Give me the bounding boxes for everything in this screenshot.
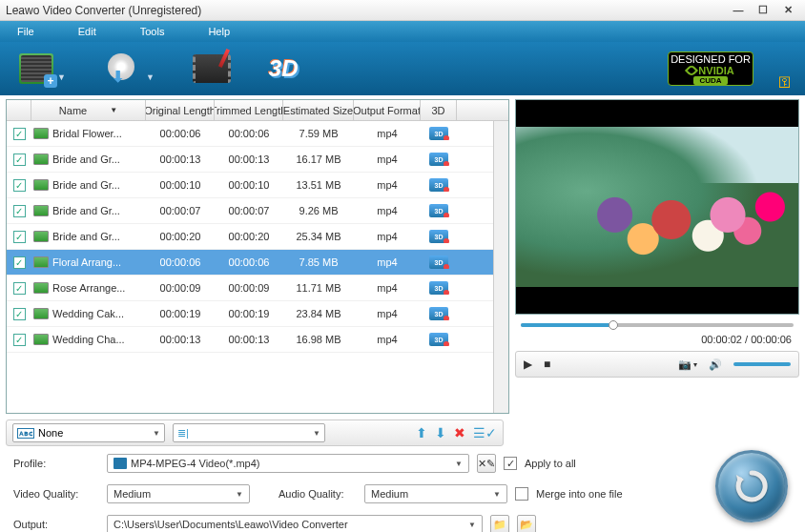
col-original[interactable]: Original Length [146,100,215,120]
row-3d-button[interactable]: 3D [429,204,448,217]
table-row[interactable]: ✓Bride and Gr...00:00:1300:00:1316.17 MB… [7,147,493,173]
chevron-down-icon: ▼ [146,72,155,82]
folder-icon: 📁 [493,519,506,531]
row-checkbox[interactable]: ✓ [13,179,26,192]
select-all-button[interactable]: ☰✓ [473,425,497,440]
rename-combo[interactable]: ᴀʙᴄ None ▼ [12,423,165,442]
table-row[interactable]: ✓Bride and Gr...00:00:2000:00:2025.34 MB… [7,224,493,250]
snapshot-button[interactable]: 📷▾ [678,358,697,371]
row-name: Bridal Flower... [51,128,146,139]
move-up-button[interactable]: ⬆ [416,425,427,440]
apply-all-checkbox[interactable]: ✓ [504,457,517,470]
col-name[interactable]: Name▼ [31,100,146,120]
video-preview[interactable] [515,99,799,315]
profile-combo[interactable]: MP4-MPEG-4 Video(*.mp4) ▼ [107,454,469,473]
row-original: 00:00:13 [146,334,215,345]
video-file-icon [33,334,49,345]
browse-output-button[interactable]: 📁 [490,515,509,532]
maximize-button[interactable]: ☐ [752,3,774,18]
play-button[interactable]: ▶ [524,358,532,371]
menu-edit[interactable]: Edit [71,24,104,39]
seek-thumb[interactable] [609,320,618,330]
video-file-icon [33,282,49,294]
table-row[interactable]: ✓Bride and Gr...00:00:1000:00:1013.51 MB… [7,173,493,198]
row-trimmed: 00:00:20 [215,231,283,242]
row-3d-button[interactable]: 3D [429,153,448,166]
row-3d-button[interactable]: 3D [429,307,448,320]
row-original: 00:00:09 [146,282,215,294]
volume-button[interactable]: 🔊 [709,358,722,371]
row-3d-button[interactable]: 3D [429,281,448,295]
video-quality-combo[interactable]: Medium▼ [107,484,250,503]
row-3d-button[interactable]: 3D [429,333,448,346]
window-title: Leawo Video Converter (Unregistered) [6,4,727,17]
row-checkbox[interactable]: ✓ [13,256,26,269]
volume-slider[interactable] [733,362,791,366]
menu-file[interactable]: File [10,24,42,39]
edit-video-button[interactable] [193,54,231,83]
row-checkbox[interactable]: ✓ [13,205,26,217]
audio-quality-combo[interactable]: Medium▼ [364,484,507,503]
seek-slider[interactable] [521,323,794,327]
col-trimmed[interactable]: Trimmed Length [215,100,283,120]
merge-checkbox[interactable] [515,487,528,501]
row-size: 16.98 MB [283,334,354,345]
convert-arrow-icon [733,467,771,505]
load-dvd-button[interactable]: ⬇ ▼ [104,53,155,84]
row-3d-button[interactable]: 3D [429,178,448,192]
table-row[interactable]: ✓Rose Arrange...00:00:0900:00:0911.71 MB… [7,276,493,301]
row-size: 13.51 MB [283,179,354,191]
row-size: 7.59 MB [283,128,354,139]
row-3d-button[interactable]: 3D [429,230,448,243]
profile-settings-button[interactable]: ✕✎ [477,454,496,473]
table-row[interactable]: ✓Bridal Flower...00:00:0600:00:067.59 MB… [7,121,493,147]
video-file-icon [33,256,49,268]
stop-button[interactable]: ■ [544,358,550,371]
table-row[interactable]: ✓Wedding Cak...00:00:1900:00:1923.84 MBm… [7,301,493,327]
menu-help[interactable]: Help [200,24,237,39]
vertical-scrollbar[interactable] [493,121,508,413]
remove-button[interactable]: ✖ [454,425,465,440]
row-checkbox[interactable]: ✓ [13,308,26,320]
row-name: Bride and Gr... [51,153,146,165]
convert-button[interactable] [715,450,788,522]
row-name: Wedding Cak... [51,308,146,319]
add-video-button[interactable]: + ▼ [19,53,66,84]
row-checkbox[interactable]: ✓ [13,231,26,243]
row-3d-button[interactable]: 3D [429,256,448,269]
output-combo[interactable]: C:\Users\User\Documents\Leawo\Video Conv… [107,515,483,532]
row-checkbox[interactable]: ✓ [13,282,26,295]
row-size: 23.84 MB [283,308,354,319]
row-size: 11.71 MB [283,282,354,294]
disc-download-icon: ⬇ [104,53,142,84]
chevron-down-icon: ▼ [57,72,66,82]
col-size[interactable]: Estimated Size [283,100,354,120]
menu-tools[interactable]: Tools [133,24,173,39]
row-trimmed: 00:00:09 [215,282,283,294]
row-trimmed: 00:00:19 [215,308,283,319]
table-row[interactable]: ✓Floral Arrang...00:00:0600:00:067.85 MB… [7,250,493,276]
col-check[interactable] [7,100,31,120]
close-button[interactable]: ✕ [776,3,799,18]
film-plus-icon: + [19,53,53,84]
row-3d-button[interactable]: 3D [429,127,448,140]
rename-value: None [38,427,63,439]
col-3d[interactable]: 3D [421,100,457,120]
row-format: mp4 [354,334,421,345]
table-row[interactable]: ✓Wedding Cha...00:00:1300:00:1316.98 MBm… [7,327,493,353]
row-checkbox[interactable]: ✓ [13,128,26,140]
register-key-icon[interactable]: ⚿ [778,74,792,90]
3d-button[interactable]: 3D [269,55,299,82]
open-output-button[interactable]: 📂 [517,515,536,532]
file-list-panel: Name▼ Original Length Trimmed Length Est… [6,99,509,414]
nvidia-designed-text: DESIGNED FOR [671,53,751,65]
minimize-button[interactable]: — [727,3,750,18]
row-checkbox[interactable]: ✓ [13,153,26,166]
row-checkbox[interactable]: ✓ [13,334,26,346]
table-row[interactable]: ✓Bride and Gr...00:00:0700:00:079.26 MBm… [7,198,493,224]
col-format[interactable]: Output Format [354,100,421,120]
nvidia-brand-text: NVIDIA [698,65,733,76]
columns-combo[interactable]: ≣| ▼ [173,423,325,442]
wrench-icon: ✕✎ [478,458,495,470]
move-down-button[interactable]: ⬇ [435,425,446,440]
